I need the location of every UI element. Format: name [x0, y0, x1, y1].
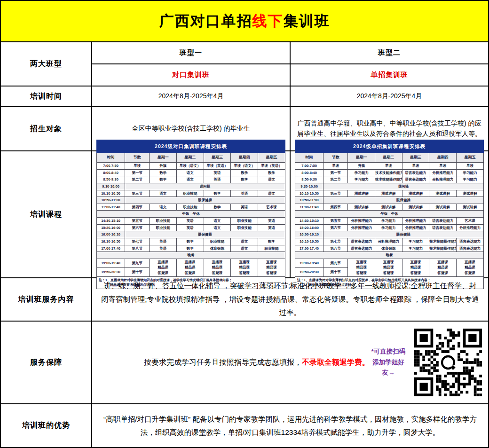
class-type-names: 对口集训班 单招集训班: [92, 64, 488, 86]
guarantee-content: 按要求完成学习任务且按照指导完成志愿填报，不录取全额退学费。 *可直接扫码 添加…: [92, 322, 488, 403]
class-type-2-name: 单招集训班: [291, 64, 488, 86]
class-type-1-name: 对口集训班: [92, 64, 291, 86]
scan-hint-line1: *可直接扫码: [370, 346, 407, 357]
qr-code: [414, 328, 482, 397]
class-types-grid: 班型一 班型二 对口集训班 单招集训班: [92, 42, 488, 86]
page-title: 广西对口单招线下集训班: [159, 11, 330, 31]
guarantee-text-normal: 按要求完成学习任务且按照指导完成志愿填报，: [144, 358, 302, 366]
training-time-1: 2024年8月-2025年4月: [92, 86, 291, 106]
title-part-highlight: 线下: [252, 13, 284, 29]
poster-page: 广西对口单招线下集训班 两大班型 班型一 班型二 对口集训班 单招集训班 培训时…: [0, 0, 489, 448]
title-banner: 广西对口单招线下集训班: [1, 1, 488, 42]
schedule: 2024级单招集训班课程安排表时间节数星期一星期二星期三星期四星期五7:00-7…: [295, 140, 484, 289]
row-advantages: 培训班的优势 “高职单招/对口升学集训班” 配备以专门的专家教学团队，运用先进的…: [1, 404, 488, 447]
label-advantages: 培训班的优势: [1, 404, 92, 447]
label-services: 培训班服务内容: [1, 278, 92, 321]
row-courses: 培训课程 2024级对口集训班课程安排表时间节数星期一星期二星期三星期四星期五7…: [1, 151, 488, 278]
label-training-time: 培训时间: [1, 86, 92, 106]
label-courses: 培训课程: [1, 151, 92, 277]
schedule-cell-danzhao: 2024级单招集训班课程安排表时间节数星期一星期二星期三星期四星期五7:00-7…: [291, 151, 488, 277]
row-class-types: 两大班型 班型一 班型二 对口集训班 单招集训班: [1, 42, 488, 86]
schedule-title: 2024级单招集训班课程安排表: [295, 140, 484, 153]
services-text: 讲、练、测、评、答五位一体化辅导 ，突破学习薄弱环节;标准化小班教学 ，多年一线…: [92, 278, 488, 321]
label-enrollment: 招生对象: [1, 107, 92, 150]
title-part-1: 广西对口单招: [159, 13, 252, 29]
class-type-1-header: 班型一: [92, 42, 291, 63]
scan-hint-line2: 添加学姐好友→: [370, 357, 407, 379]
label-guarantee: 服务保障: [1, 322, 92, 403]
guarantee-text-red: 不录取全额退学费。: [302, 358, 370, 366]
row-guarantee: 服务保障 按要求完成学习任务且按照指导完成志愿填报，不录取全额退学费。 *可直接…: [1, 322, 488, 404]
schedule-cell-duikou: 2024级对口集训班课程安排表时间节数星期一星期二星期三星期四星期五7:00-7…: [92, 151, 291, 277]
schedule-title: 2024级对口集训班课程安排表: [97, 140, 285, 153]
title-part-2: 集训班: [284, 13, 330, 29]
row-services: 培训班服务内容 讲、练、测、评、答五位一体化辅导 ，突破学习薄弱环节;标准化小班…: [1, 278, 488, 322]
label-class-types: 两大班型: [1, 42, 92, 86]
row-training-time: 培训时间 2024年8月-2025年4月 2024年8月-2025年4月: [1, 86, 488, 107]
class-type-2-header: 班型二: [291, 42, 488, 63]
class-type-headers: 班型一 班型二: [92, 42, 488, 64]
scan-hint: *可直接扫码 添加学姐好友→: [370, 346, 407, 379]
advantages-text: “高职单招/对口升学集训班” 配备以专门的专家教学团队，运用先进的科学教学模式，…: [92, 404, 488, 447]
training-time-2: 2024年8月-2025年4月: [291, 86, 488, 106]
guarantee-text: 按要求完成学习任务且按照指导完成志愿填报，不录取全额退学费。: [144, 358, 370, 368]
schedule: 2024级对口集训班课程安排表时间节数星期一星期二星期三星期四星期五7:00-7…: [96, 140, 285, 289]
schedule-table-danzhao: 2024级单招集训班课程安排表时间节数星期一星期二星期三星期四星期五7:00-7…: [295, 140, 484, 289]
schedule-table-duikou: 2024级对口集训班课程安排表时间节数星期一星期二星期三星期四星期五7:00-7…: [96, 140, 285, 289]
